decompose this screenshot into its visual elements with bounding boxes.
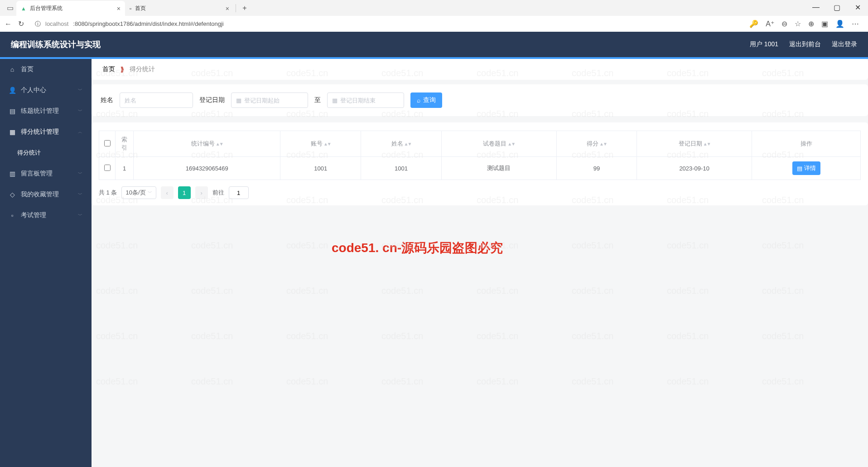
prev-page-button[interactable]: ‹ <box>161 186 174 199</box>
tab-list-button[interactable]: ▭ <box>4 2 16 15</box>
sidebar-item-message-board[interactable]: ▥ 留言板管理 ﹀ <box>0 163 92 184</box>
app-body: ⌂ 首页 👤 个人中心 ﹀ ▤ 练题统计管理 ﹀ ▦ 得分统计管理 ︿ 得分统计… <box>0 59 868 467</box>
watermark-text: code51.cn <box>572 240 613 251</box>
profile-icon[interactable]: 👤 <box>835 19 844 28</box>
sidebar-item-score-sub[interactable]: 得分统计 <box>0 142 92 163</box>
date-start-input[interactable] <box>244 97 308 104</box>
col-exam-title[interactable]: 试卷题目▲▼ <box>441 131 556 157</box>
sidebar-item-score-stats[interactable]: ▦ 得分统计管理 ︿ <box>0 122 92 142</box>
breadcrumb-current: 得分统计 <box>130 65 155 73</box>
watermark-text: code51.cn <box>96 331 138 341</box>
main-content: 首页 ⟫ 得分统计 姓名 登记日期 ▦ 至 ▦ ⌕ 查询 <box>92 59 868 467</box>
maximize-button[interactable]: ▢ <box>826 0 847 15</box>
menu-icon[interactable]: ⋯ <box>852 19 859 28</box>
breadcrumb-home[interactable]: 首页 <box>102 65 115 73</box>
col-index[interactable]: 索引 <box>116 131 134 157</box>
watermark-text: code51.cn <box>572 286 613 296</box>
col-stat-id[interactable]: 统计编号▲▼ <box>134 131 280 157</box>
favorite-icon[interactable]: ☆ <box>795 19 801 28</box>
chevron-down-icon: ﹀ <box>78 212 82 219</box>
cell-account: 1001 <box>280 157 361 180</box>
collections-icon[interactable]: ⊕ <box>808 19 814 28</box>
new-tab-button[interactable]: + <box>238 4 251 12</box>
read-aloud-icon[interactable]: A⁺ <box>766 19 774 28</box>
watermark-text: code51.cn <box>286 240 328 251</box>
app-header: 编程训练系统设计与实现 用户 1001 退出到前台 退出登录 <box>0 32 868 57</box>
url-host: localhost <box>45 20 68 27</box>
extensions-icon[interactable]: ▣ <box>821 19 828 28</box>
col-score[interactable]: 得分▲▼ <box>556 131 637 157</box>
browser-tab-inactive[interactable]: ▫ 首页 × <box>125 1 234 16</box>
pagination: 共 1 条 10条/页 ﹀ ‹ 1 › 前往 <box>99 186 861 199</box>
watermark-text: code51.cn <box>381 376 423 387</box>
page-size-select[interactable]: 10条/页 ﹀ <box>121 186 156 199</box>
watermark-text: code51.cn <box>477 286 518 296</box>
url-path: :8080/springbootx1786/admin/dist/index.h… <box>73 20 223 27</box>
date-end-input-wrap: ▦ <box>327 92 404 108</box>
col-reg-date[interactable]: 登记日期▲▼ <box>637 131 752 157</box>
date-end-input[interactable] <box>340 97 404 104</box>
key-icon[interactable]: 🔑 <box>749 19 758 28</box>
watermark-text: code51.cn <box>96 376 138 387</box>
date-start-input-wrap: ▦ <box>231 92 308 108</box>
watermark-text: code51.cn <box>477 376 518 387</box>
sort-icon: ▲▼ <box>323 141 331 146</box>
tab-title: 后台管理系统 <box>30 5 63 12</box>
table-row: 1 1694329065469 1001 1001 测试题目 99 2023-0… <box>99 157 861 180</box>
score-table: 索引 统计编号▲▼ 账号▲▼ 姓名▲▼ 试卷题目▲▼ 得分▲▼ 登记日期▲▼ 操… <box>99 131 861 180</box>
close-icon[interactable]: × <box>117 5 121 12</box>
sidebar-item-label: 首页 <box>21 65 34 73</box>
back-button[interactable]: ← <box>5 20 12 28</box>
logout-button[interactable]: 退出登录 <box>832 40 857 49</box>
goto-page-input[interactable] <box>229 186 249 199</box>
minimize-button[interactable]: — <box>805 0 826 15</box>
filter-name-label: 姓名 <box>101 96 113 104</box>
goto-front-button[interactable]: 退出到前台 <box>789 40 821 49</box>
sidebar-item-home[interactable]: ⌂ 首页 <box>0 59 92 80</box>
browser-toolbar: ← ↻ ⓘ localhost:8080/springbootx1786/adm… <box>0 16 868 32</box>
detail-button[interactable]: ▤ 详情 <box>792 161 820 175</box>
row-checkbox[interactable] <box>104 165 111 171</box>
col-account[interactable]: 账号▲▼ <box>280 131 361 157</box>
sort-icon: ▲▼ <box>216 141 223 146</box>
goto-label: 前往 <box>212 189 224 197</box>
sidebar-item-label: 我的收藏管理 <box>21 190 59 199</box>
cell-index: 1 <box>116 157 134 180</box>
watermark-text: code51.cn <box>286 331 328 341</box>
address-bar[interactable]: ⓘ localhost:8080/springbootx1786/admin/d… <box>30 18 743 30</box>
browser-tabs: ▭ ▲ 后台管理系统 × ▫ 首页 × + <box>0 0 868 16</box>
sidebar-item-favorites[interactable]: ◇ 我的收藏管理 ﹀ <box>0 184 92 205</box>
sidebar-item-personal[interactable]: 👤 个人中心 ﹀ <box>0 80 92 101</box>
zoom-out-icon[interactable]: ⊖ <box>781 19 787 28</box>
window-controls: — ▢ ✕ <box>805 0 868 15</box>
user-label[interactable]: 用户 1001 <box>750 40 778 49</box>
breadcrumb-sep-icon: ⟫ <box>121 66 124 73</box>
range-to-label: 至 <box>314 96 321 104</box>
sidebar: ⌂ 首页 👤 个人中心 ﹀ ▤ 练题统计管理 ﹀ ▦ 得分统计管理 ︿ 得分统计… <box>0 59 92 467</box>
close-icon[interactable]: × <box>226 5 229 12</box>
sidebar-item-label: 留言板管理 <box>21 170 53 178</box>
page-number-1[interactable]: 1 <box>178 186 191 199</box>
sidebar-item-practice-stats[interactable]: ▤ 练题统计管理 ﹀ <box>0 101 92 122</box>
name-input[interactable] <box>125 97 188 104</box>
cell-exam-title: 测试题目 <box>441 157 556 180</box>
browser-tab-active[interactable]: ▲ 后台管理系统 × <box>16 1 125 16</box>
name-input-wrap <box>120 92 193 108</box>
close-window-button[interactable]: ✕ <box>847 0 868 15</box>
browser-chrome: ▭ ▲ 后台管理系统 × ▫ 首页 × + — ▢ ✕ ← ↻ ⓘ localh… <box>0 0 868 32</box>
bookmark-icon: ◇ <box>9 191 15 198</box>
sidebar-item-exam[interactable]: ▫ 考试管理 ﹀ <box>0 205 92 226</box>
search-button[interactable]: ⌕ 查询 <box>410 92 442 108</box>
big-watermark: code51. cn-源码乐园盗图必究 <box>332 239 503 257</box>
watermark-text: code51.cn <box>667 331 709 341</box>
next-page-button[interactable]: › <box>195 186 208 199</box>
tab-title: 首页 <box>135 5 146 12</box>
select-all-checkbox[interactable] <box>104 140 111 146</box>
watermark-text: code51.cn <box>96 240 138 251</box>
refresh-button[interactable]: ↻ <box>18 19 24 28</box>
sidebar-item-label: 考试管理 <box>21 211 46 219</box>
watermark-text: code51.cn <box>572 376 613 387</box>
chevron-down-icon: ﹀ <box>148 190 152 196</box>
col-name[interactable]: 姓名▲▼ <box>361 131 442 157</box>
sort-icon: ▲▼ <box>404 141 411 146</box>
